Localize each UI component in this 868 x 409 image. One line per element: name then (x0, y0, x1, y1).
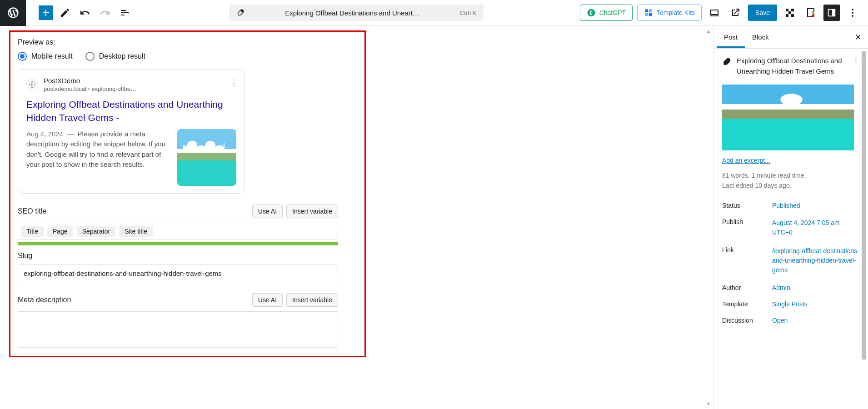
document-title-bar[interactable]: Exploring Offbeat Destinations and Unear… (137, 5, 576, 21)
main-layout: ▲ ▼ Preview as: Mobile result Desktop re… (0, 26, 868, 409)
tab-block[interactable]: Block (745, 27, 776, 47)
tab-post[interactable]: Post (717, 27, 745, 47)
post-title: Exploring Offbeat Destinations and Unear… (737, 56, 847, 76)
link-value[interactable]: /exploring-offbeat-destinations-and-unea… (772, 246, 860, 275)
author-label: Author (722, 284, 772, 291)
svg-rect-2 (649, 10, 652, 13)
save-button[interactable]: Save (748, 5, 777, 21)
meta-description-input[interactable] (18, 311, 338, 348)
serp-title: Exploring Offbeat Destinations and Unear… (26, 98, 236, 125)
chip-title[interactable]: Title (21, 226, 44, 237)
slug-label: Slug (18, 252, 32, 260)
svg-point-15 (852, 15, 853, 17)
svg-rect-3 (645, 13, 649, 16)
top-toolbar: Exploring Offbeat Destinations and Unear… (0, 0, 868, 26)
options-menu-button[interactable] (844, 5, 861, 21)
chatgpt-icon (587, 8, 596, 17)
discussion-value[interactable]: Open (772, 317, 860, 324)
serp-url: postxdemo.local › exploring-offbe… (44, 85, 136, 92)
template-kits-button[interactable]: Template Kits (637, 5, 702, 21)
document-title: Exploring Offbeat Destinations and Unear… (250, 9, 454, 17)
svg-rect-5 (786, 9, 788, 11)
featured-image[interactable] (722, 85, 854, 150)
device-preview-button[interactable] (706, 5, 723, 21)
serp-date: Aug 4, 2024 (26, 130, 63, 138)
serp-site-name: PostXDemo (44, 77, 136, 85)
svg-rect-4 (649, 13, 652, 16)
edit-tool-button[interactable] (57, 5, 73, 21)
svg-point-10 (812, 15, 814, 17)
chatgpt-button[interactable]: ChatGPT (580, 5, 633, 21)
word-count: 81 words, 1 minute read time. (722, 170, 860, 180)
status-label: Status (722, 202, 772, 209)
settings-sidebar: Post Block ✕ Exploring Offbeat Destinati… (713, 26, 868, 409)
link-label: Link (722, 246, 772, 275)
desktop-result-radio[interactable]: Desktop result (85, 52, 145, 61)
globe-icon (26, 79, 38, 90)
author-value[interactable]: Admin (772, 284, 860, 291)
radio-selected-icon (18, 52, 27, 61)
seo-title-label: SEO title (18, 207, 46, 215)
feather-icon (722, 57, 731, 66)
template-kits-icon (644, 8, 653, 17)
svg-rect-6 (791, 9, 794, 11)
add-block-button[interactable] (39, 5, 53, 20)
chip-separator[interactable]: Separator (77, 226, 115, 237)
wordpress-logo[interactable] (0, 0, 26, 26)
add-excerpt-link[interactable]: Add an excerpt... (722, 157, 860, 164)
svg-point-14 (852, 12, 853, 14)
sidebar-scrollbar[interactable] (862, 26, 867, 409)
svg-point-0 (587, 9, 595, 17)
slug-input[interactable]: exploring-offbeat-destinations-and-unear… (18, 264, 338, 282)
redo-button[interactable] (97, 5, 113, 21)
keyboard-shortcut: Ctrl+K (460, 10, 476, 16)
patterns-button[interactable] (782, 5, 798, 21)
toolbar-right: ChatGPT Template Kits Save (580, 5, 864, 21)
serp-description: Aug 4, 2024 — Please provide a meta desc… (26, 129, 171, 186)
seo-title-progress (18, 242, 338, 245)
publish-label: Publish (722, 218, 772, 237)
mobile-result-radio[interactable]: Mobile result (18, 52, 73, 61)
svg-rect-12 (832, 10, 835, 16)
sidebar-tabs: Post Block ✕ (714, 26, 868, 49)
seo-title-use-ai-button[interactable]: Use AI (252, 204, 283, 218)
template-value[interactable]: Single Posts (772, 300, 860, 308)
preview-as-label: Preview as: (18, 38, 357, 46)
meta-description-label: Meta description (18, 296, 71, 304)
chip-page[interactable]: Page (47, 226, 73, 237)
preview-mode-radio-group: Mobile result Desktop result (18, 52, 357, 61)
scroll-up-indicator: ▲ (706, 29, 711, 34)
last-edited: Last edited 10 days ago. (722, 180, 860, 190)
document-outline-button[interactable] (117, 5, 133, 21)
seo-title-input[interactable]: Title Page Separator Site title (18, 223, 338, 240)
view-post-button[interactable] (727, 5, 743, 21)
scroll-down-indicator: ▼ (706, 401, 711, 406)
seo-title-insert-variable-button[interactable]: Insert variable (286, 204, 338, 218)
scrollbar-thumb[interactable] (862, 51, 866, 360)
serp-preview-card: PostXDemo postxdemo.local › exploring-of… (18, 69, 245, 194)
seo-snippet-panel: Preview as: Mobile result Desktop result (9, 30, 366, 357)
svg-rect-9 (791, 14, 794, 17)
meta-use-ai-button[interactable]: Use AI (252, 293, 283, 307)
editor-area: ▲ ▼ Preview as: Mobile result Desktop re… (0, 26, 713, 409)
status-value[interactable]: Published (772, 202, 860, 209)
discussion-label: Discussion (722, 317, 772, 324)
undo-button[interactable] (77, 5, 93, 21)
post-actions-menu[interactable]: ⋮ (852, 56, 860, 65)
radio-icon (85, 52, 95, 61)
chip-site-title[interactable]: Site title (119, 226, 153, 237)
template-label: Template (722, 300, 772, 308)
svg-point-13 (852, 9, 853, 10)
post-panel: Exploring Offbeat Destinations and Unear… (714, 49, 868, 336)
svg-rect-7 (788, 11, 791, 14)
svg-point-11 (812, 11, 814, 14)
publish-value[interactable]: August 4, 2024 7:05 am UTC+0 (772, 218, 860, 237)
serp-more-icon[interactable]: ⋮ (230, 78, 238, 88)
yoast-button[interactable] (803, 5, 819, 21)
svg-rect-8 (786, 14, 788, 17)
svg-rect-1 (645, 10, 649, 13)
meta-insert-variable-button[interactable]: Insert variable (286, 293, 338, 307)
settings-sidebar-toggle[interactable] (823, 5, 840, 21)
feather-icon (236, 9, 244, 17)
serp-thumbnail (177, 129, 236, 186)
